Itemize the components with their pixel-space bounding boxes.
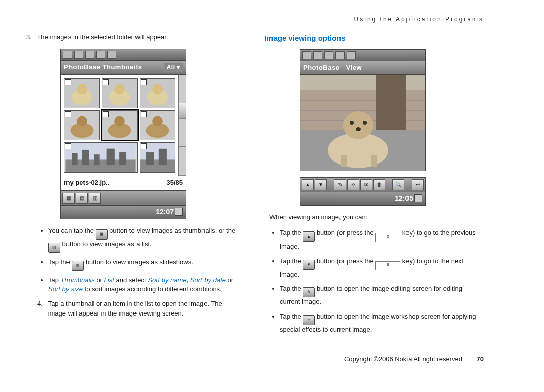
step-4-text: Tap a thumbnail or an item in the list t… [48, 299, 228, 319]
list-view-button[interactable]: ▤ [76, 193, 88, 204]
filter-dropdown[interactable]: All ▾ [164, 63, 183, 72]
svg-rect-27 [146, 152, 154, 165]
thumbnail-item[interactable] [102, 78, 138, 108]
svg-point-38 [350, 121, 354, 125]
svg-rect-24 [119, 152, 126, 165]
workshop-button[interactable]: ✧ [347, 179, 359, 190]
thumbnail-item[interactable] [64, 110, 100, 140]
checkbox-icon[interactable] [65, 111, 71, 117]
page-number: 70 [477, 355, 484, 363]
svg-point-17 [152, 116, 163, 126]
sort-by-date-link: Sort by date [190, 276, 226, 284]
app-title: PhotoBase Thumbnails [64, 63, 142, 72]
step-3-number: 3. [26, 33, 35, 42]
list-icon: ▤ [48, 243, 60, 253]
thumbnail-item-selected[interactable] [102, 110, 138, 140]
image-view-area[interactable] [300, 75, 426, 171]
bullet-item: Tap Thumbnails or List and select Sort b… [48, 276, 239, 295]
slideshow-button[interactable]: ▥ [89, 193, 101, 204]
svg-rect-20 [72, 153, 78, 165]
svg-rect-28 [159, 149, 167, 165]
list-link: List [104, 276, 114, 284]
delete-button[interactable]: 🗑 [373, 179, 385, 190]
key-2-icon: 2 [375, 233, 400, 242]
thumbnail-item[interactable] [140, 142, 175, 173]
checkbox-icon[interactable] [65, 79, 71, 85]
counter-text: 35/85 [166, 178, 183, 187]
prev-image-button[interactable]: ▲ [302, 179, 314, 190]
step-4: 4. Tap a thumbnail or an item in the lis… [48, 299, 239, 319]
status-icon [107, 51, 116, 59]
svg-point-14 [114, 116, 125, 126]
checkbox-icon[interactable] [141, 111, 147, 117]
checkbox-icon[interactable] [141, 143, 147, 149]
svg-rect-35 [376, 75, 406, 130]
status-icon [335, 51, 345, 59]
thumbnails-screenshot: PhotoBase Thumbnails All ▾ [60, 49, 186, 219]
svg-point-39 [363, 121, 367, 125]
bullet-item: Tap the ▲ button (or press the 2 key) to… [280, 228, 484, 252]
checkbox-icon[interactable] [141, 79, 147, 85]
app-title: PhotoBase [303, 64, 339, 71]
scroll-knob[interactable] [179, 103, 186, 119]
edit-button[interactable]: ✎ [334, 179, 346, 190]
thumbnail-item[interactable] [64, 78, 100, 108]
svg-rect-42 [371, 155, 377, 167]
clock-bar: 12:07 [60, 206, 186, 219]
thumbnail-grid [61, 75, 178, 176]
svg-point-2 [77, 84, 87, 94]
page-footer: Copyright ©2006 Nokia All right reserved… [20, 355, 484, 364]
zoom-button[interactable]: 🔍 [392, 179, 404, 190]
bullet-item: You can tap the ▦ button to view images … [48, 226, 239, 253]
thumbnail-item[interactable] [64, 142, 138, 173]
checkbox-icon[interactable] [103, 111, 109, 117]
content-columns: 3. The images in the selected folder wil… [20, 33, 484, 340]
thumbnail-item[interactable] [140, 78, 175, 108]
view-toolbar: ▦ ▤ ▥ [60, 191, 186, 206]
svg-point-5 [114, 84, 125, 94]
sort-by-name-link: Sort by name [148, 276, 186, 284]
svg-rect-41 [341, 155, 347, 167]
svg-rect-23 [107, 148, 115, 165]
back-button[interactable]: ↩ [412, 179, 424, 190]
status-icon [96, 51, 105, 59]
left-column: 3. The images in the selected folder wil… [20, 33, 239, 340]
svg-point-37 [343, 111, 373, 139]
svg-rect-22 [94, 154, 100, 165]
thumbnail-panel [60, 75, 186, 176]
step-3-text: The images in the selected folder will a… [37, 33, 168, 41]
status-icon [74, 51, 83, 59]
send-button[interactable]: ✉ [360, 179, 372, 190]
left-bullet-list: You can tap the ▦ button to view images … [48, 226, 239, 295]
app-title-bar: PhotoBase View [300, 61, 426, 75]
clock-bar: 12:05 [300, 192, 426, 206]
filename-bar: my pets-02.jp.. 35/85 [60, 176, 186, 191]
svg-rect-21 [82, 150, 89, 165]
checkbox-icon[interactable] [103, 79, 109, 85]
status-icon [63, 51, 72, 59]
checkbox-icon[interactable] [65, 143, 71, 149]
status-icon [347, 51, 356, 59]
filename-text: my pets-02.jp.. [64, 178, 109, 187]
thumbnails-view-button[interactable]: ▦ [62, 193, 75, 204]
svg-rect-26 [140, 159, 175, 172]
bullet-item: Tap the ▼ button (or press the 8 key) to… [280, 257, 484, 280]
step-3: 3. The images in the selected folder wil… [37, 33, 239, 42]
scrollbar[interactable] [178, 75, 186, 176]
key-8-icon: 8 [375, 261, 400, 270]
bullet-item: Tap the ✎ button to open the image editi… [280, 284, 484, 307]
sort-by-size-link: Sort by size [48, 285, 83, 293]
down-arrow-icon: ▼ [303, 260, 315, 270]
device-status-bar [60, 49, 186, 61]
status-icon [313, 51, 322, 59]
right-column: Image viewing options PhotoBase View [264, 33, 484, 340]
edit-icon: ✎ [303, 287, 315, 297]
next-image-button[interactable]: ▼ [315, 179, 327, 190]
clock-text: 12:07 [156, 208, 174, 216]
app-mode: View [346, 64, 362, 71]
thumbnail-item[interactable] [140, 110, 175, 140]
bullet-item: Tap the ✧ button to open the image works… [280, 312, 484, 335]
intro-line: When viewing an image, you can: [269, 213, 484, 222]
svg-point-11 [77, 116, 87, 126]
status-icon [85, 51, 94, 59]
